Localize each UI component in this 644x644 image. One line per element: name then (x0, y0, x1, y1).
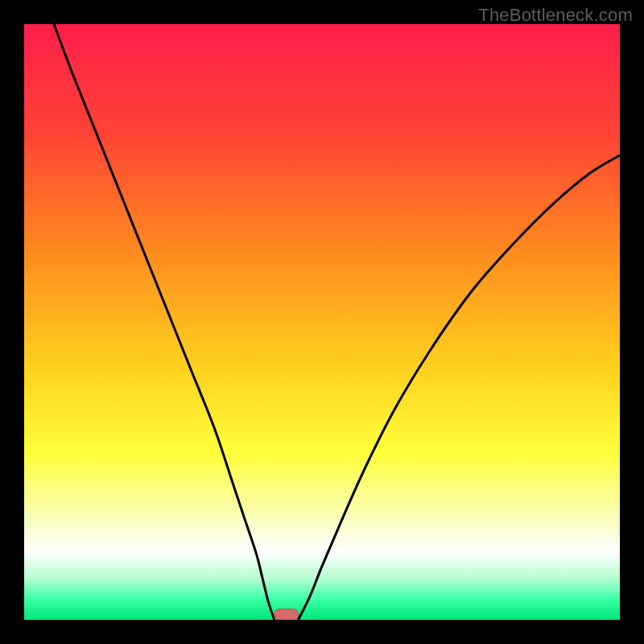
watermark-text: TheBottleneck.com (478, 5, 633, 26)
bottleneck-chart (24, 24, 620, 620)
chart-frame (24, 24, 620, 620)
chart-background (24, 24, 620, 620)
bottleneck-marker (275, 609, 299, 620)
